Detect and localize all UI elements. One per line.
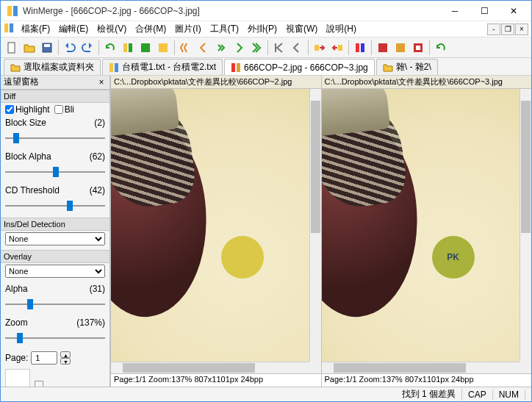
page-thumbnail[interactable] [5,369,30,387]
undo-icon[interactable] [62,40,78,56]
svg-rect-4 [8,43,15,53]
svg-rect-0 [7,6,12,16]
tool-c-icon[interactable] [410,40,426,56]
status-cap: CAP [462,390,493,400]
sidebar-close-icon[interactable]: × [96,77,107,87]
alpha-label: Alpha [5,284,28,294]
cd-threshold-slider[interactable] [5,198,105,213]
tool-a-icon[interactable] [375,40,391,56]
svg-rect-6 [44,44,50,47]
tab-folder[interactable]: 雜\ - 雜2\ [376,59,438,75]
nav-prev-icon[interactable] [289,40,305,56]
tab-txt-label: 台積電1.txt - 台積電2.txt [122,61,216,73]
insdel-select[interactable]: None [5,232,105,245]
block-size-value: (2) [94,118,105,128]
mdi-restore[interactable]: ❐ [501,24,514,35]
right-vscroll[interactable] [520,89,531,362]
diff-last-icon[interactable] [248,40,265,56]
svg-rect-19 [109,63,113,72]
tab-txt[interactable]: 台積電1.txt - 台積電2.txt [102,59,223,75]
block-size-label: Block Size [5,118,46,128]
refresh-yellow-icon[interactable] [155,40,171,56]
right-path[interactable]: C:\...Dropbox\pktata\文件差異比較\666COP~3.jpg [322,76,532,89]
menu-edit[interactable]: 編輯(E) [54,21,93,37]
cd-threshold-value: (42) [90,185,105,195]
right-image-viewport[interactable]: PK [322,89,532,373]
alpha-slider[interactable] [5,297,105,312]
svg-rect-18 [416,46,420,50]
menu-help[interactable]: 說明(H) [322,21,361,37]
open-icon[interactable] [21,40,37,56]
main: 遠望窗格 × Diff Highlight Bli Block Size(2) … [1,76,531,387]
diff-next-icon[interactable] [231,40,247,56]
left-path[interactable]: C:\...Dropbox\pktata\文件差異比較\666COP~2.jpg [111,76,321,89]
svg-rect-1 [13,6,18,16]
menu-tools[interactable]: 工具(T) [206,21,243,37]
right-hscroll[interactable] [322,362,520,373]
statusbar: 找到 1 個差異 CAP NUM [1,387,531,401]
left-hscroll[interactable] [111,362,309,373]
page-spinner[interactable]: ▲▼ [60,351,71,365]
nav-first-icon[interactable] [271,40,287,56]
diff-first-icon[interactable] [178,40,194,56]
svg-rect-20 [115,63,118,72]
diff-current-icon[interactable] [213,40,229,56]
menu-merge[interactable]: 合併(M) [131,21,170,37]
svg-rect-13 [356,43,359,52]
refresh-left-icon[interactable] [102,40,118,56]
zoom-slider[interactable] [5,331,105,345]
menu-view[interactable]: 檢視(V) [93,21,131,37]
app-icon [7,5,18,17]
svg-rect-14 [361,43,364,52]
tab-jpg[interactable]: 666COP~2.jpg - 666COP~3.jpg [224,59,375,75]
compare-panes: C:\...Dropbox\pktata\文件差異比較\666COP~2.jpg… [110,76,531,387]
refresh-green-icon[interactable] [137,40,154,56]
mdi-close[interactable]: × [515,24,528,35]
blink-checkbox[interactable]: Bli [54,104,74,115]
save-icon[interactable] [39,40,55,56]
refresh-all-icon[interactable] [433,40,449,56]
menu-file[interactable]: 檔案(F) [17,21,54,37]
copy-left-icon[interactable] [329,40,345,56]
merge-icon[interactable] [352,40,368,56]
page-input[interactable] [31,351,57,365]
tool-b-icon[interactable] [392,40,409,56]
copy-right-icon[interactable] [312,40,328,56]
menu-plugins[interactable]: 外掛(P) [243,21,281,37]
mdi-minimize[interactable]: - [487,24,500,35]
refresh-right-icon[interactable] [120,40,136,56]
close-button[interactable]: ✕ [499,2,528,20]
tab-select[interactable]: 選取檔案或資料夾 [4,59,101,75]
diff-header: Diff [1,90,109,103]
new-icon[interactable] [4,40,20,56]
cd-threshold-label: CD Threshold [5,185,60,195]
diff-prev-icon[interactable] [195,40,212,56]
mdi-controls: - ❐ × [486,24,528,35]
insdel-header: Ins/Del Detection [1,218,109,231]
menu-image[interactable]: 圖片(I) [170,21,205,37]
block-alpha-value: (62) [90,151,105,162]
highlight-checkbox[interactable]: Highlight [5,104,50,115]
left-vscroll[interactable] [309,89,321,362]
sidebar-title: 遠望窗格 × [1,76,109,90]
menubar: 檔案(F) 編輯(E) 檢視(V) 合併(M) 圖片(I) 工具(T) 外掛(P… [1,21,531,37]
tab-select-label: 選取檔案或資料夾 [24,61,94,73]
redo-icon[interactable] [79,40,96,56]
block-size-slider[interactable] [5,131,105,146]
diff-panel: Diff Highlight Bli Block Size(2) Block A… [1,90,109,387]
app-small-icon [4,23,14,35]
menu-window[interactable]: 視窗(W) [281,21,322,37]
block-alpha-slider[interactable] [5,165,105,179]
compare-doc-icon [109,62,119,73]
status-num: NUM [493,390,525,400]
titlebar: WinMerge - [666COP~2.jpg - 666COP~3.jpg]… [1,1,531,21]
svg-rect-15 [378,43,387,52]
overlay-select[interactable]: None [5,265,105,278]
svg-rect-8 [129,43,132,52]
left-pane: C:\...Dropbox\pktata\文件差異比較\666COP~2.jpg… [110,76,321,387]
zoom-value: (137%) [76,317,105,328]
left-image-viewport[interactable] [111,89,321,373]
page-thumb-checkbox[interactable] [35,381,43,387]
minimize-button[interactable]: ─ [440,2,470,20]
maximize-button[interactable]: ☐ [470,2,499,20]
